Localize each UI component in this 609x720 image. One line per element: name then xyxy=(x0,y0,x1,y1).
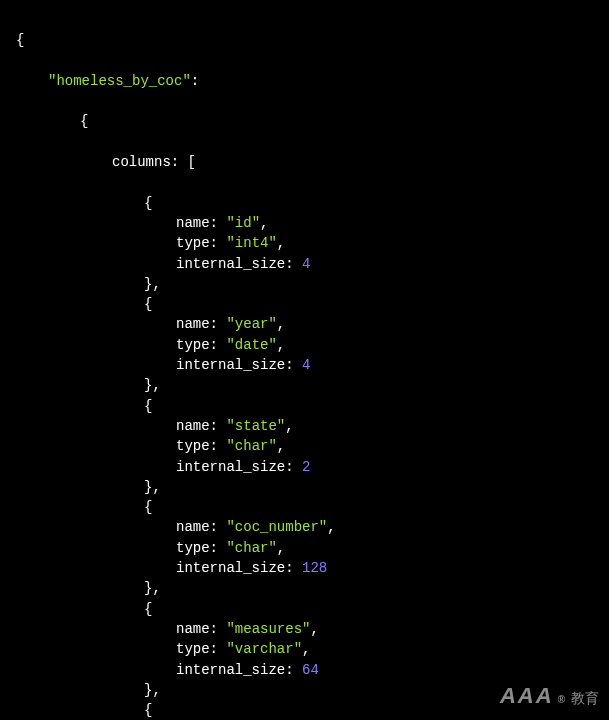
prop-size: internal_size xyxy=(176,459,285,475)
column-size-value: 2 xyxy=(302,459,310,475)
watermark-cn: 教育 xyxy=(571,688,599,708)
column-type-line: type: "int4", xyxy=(16,233,593,253)
column-type-line: type: "char", xyxy=(16,436,593,456)
prop-size: internal_size xyxy=(176,256,285,272)
prop-type: type xyxy=(176,438,210,454)
column-object-open: { xyxy=(16,497,593,517)
prop-size: internal_size xyxy=(176,662,285,678)
column-object-close: }, xyxy=(16,274,593,294)
column-type-line: type: "char", xyxy=(16,538,593,558)
column-size-line: internal_size: 4 xyxy=(16,254,593,274)
table-key: "homeless_by_coc" xyxy=(48,73,191,89)
prop-type: type xyxy=(176,337,210,353)
column-name-value: "id" xyxy=(226,215,260,231)
column-name-line: name: "id", xyxy=(16,213,593,233)
prop-name: name xyxy=(176,316,210,332)
column-size-value: 64 xyxy=(302,662,319,678)
column-size-value: 4 xyxy=(302,256,310,272)
prop-name: name xyxy=(176,418,210,434)
prop-type: type xyxy=(176,235,210,251)
column-type-line: type: "varchar", xyxy=(16,639,593,659)
table-object-open: { xyxy=(16,111,593,131)
column-name-line: name: "year", xyxy=(16,314,593,334)
prop-name: name xyxy=(176,519,210,535)
column-object-open: { xyxy=(16,193,593,213)
watermark-text: AAA xyxy=(500,680,554,712)
prop-name: name xyxy=(176,215,210,231)
column-name-value: "year" xyxy=(226,316,276,332)
column-object-close: }, xyxy=(16,477,593,497)
column-type-value: "char" xyxy=(226,540,276,556)
column-type-value: "date" xyxy=(226,337,276,353)
column-name-line: name: "coc_number", xyxy=(16,517,593,537)
columns-key-line: columns: [ xyxy=(16,152,593,172)
table-key-line: "homeless_by_coc": xyxy=(16,71,593,91)
json-code-block: { "homeless_by_coc": { columns: [ {name:… xyxy=(16,10,593,720)
column-object-open: { xyxy=(16,396,593,416)
column-object-close: }, xyxy=(16,375,593,395)
column-type-line: type: "date", xyxy=(16,335,593,355)
column-object-open: { xyxy=(16,599,593,619)
prop-size: internal_size xyxy=(176,560,285,576)
column-name-value: "state" xyxy=(226,418,285,434)
column-object-open: { xyxy=(16,294,593,314)
watermark-reg: ® xyxy=(558,693,567,708)
column-size-line: internal_size: 4 xyxy=(16,355,593,375)
column-object-close: }, xyxy=(16,578,593,598)
column-size-line: internal_size: 64 xyxy=(16,660,593,680)
column-name-value: "coc_number" xyxy=(226,519,327,535)
watermark: AAA® 教育 xyxy=(500,680,599,712)
prop-size: internal_size xyxy=(176,357,285,373)
column-size-value: 128 xyxy=(302,560,327,576)
column-size-value: 4 xyxy=(302,357,310,373)
prop-name: name xyxy=(176,621,210,637)
column-type-value: "varchar" xyxy=(226,641,302,657)
column-size-line: internal_size: 128 xyxy=(16,558,593,578)
column-size-line: internal_size: 2 xyxy=(16,457,593,477)
prop-type: type xyxy=(176,540,210,556)
brace-open: { xyxy=(16,30,593,50)
columns-label: columns xyxy=(112,154,171,170)
column-type-value: "int4" xyxy=(226,235,276,251)
column-name-value: "measures" xyxy=(226,621,310,637)
prop-type: type xyxy=(176,641,210,657)
column-name-line: name: "state", xyxy=(16,416,593,436)
column-type-value: "char" xyxy=(226,438,276,454)
column-name-line: name: "measures", xyxy=(16,619,593,639)
